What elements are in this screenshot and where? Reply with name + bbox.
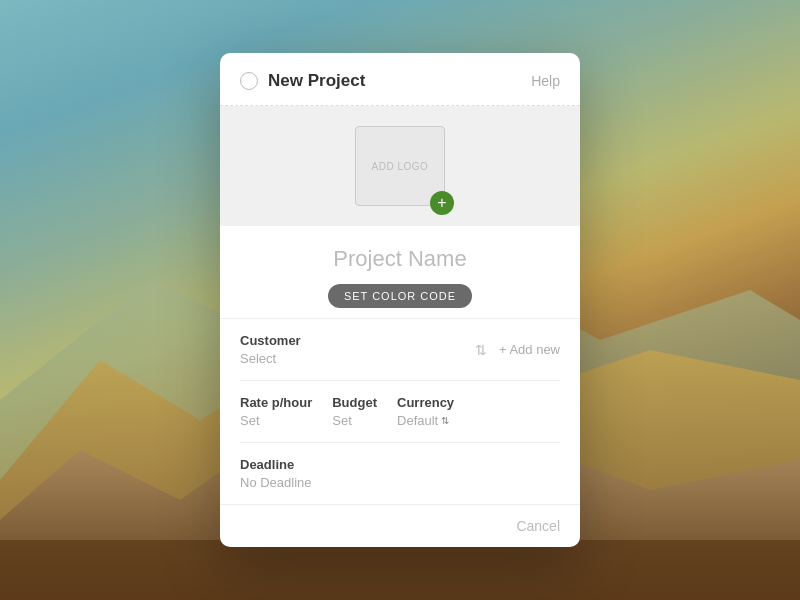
- circle-icon[interactable]: [240, 72, 258, 90]
- header-left: New Project: [240, 71, 365, 91]
- rate-value[interactable]: Set: [240, 413, 312, 428]
- deadline-value[interactable]: No Deadline: [240, 475, 312, 490]
- currency-label: Currency: [397, 395, 454, 410]
- dialog-footer: Cancel: [220, 504, 580, 547]
- rate-budget-currency-row: Rate p/hour Set Budget Set Currency Defa…: [240, 381, 560, 443]
- rate-field: Rate p/hour Set: [240, 395, 312, 428]
- cancel-button[interactable]: Cancel: [516, 518, 560, 534]
- help-link[interactable]: Help: [531, 73, 560, 89]
- currency-chevron-icon: ⇅: [441, 415, 449, 426]
- dialog-header: New Project Help: [220, 53, 580, 106]
- dialog-overlay: New Project Help ADD LOGO + Project Name…: [0, 0, 800, 600]
- deadline-row: Deadline No Deadline: [240, 443, 560, 504]
- currency-selector[interactable]: Default ⇅: [397, 413, 454, 428]
- logo-box[interactable]: ADD LOGO +: [355, 126, 445, 206]
- currency-field: Currency Default ⇅: [397, 395, 454, 428]
- set-color-code-button[interactable]: SET COLOR CODE: [328, 284, 472, 308]
- project-name-field[interactable]: Project Name: [240, 246, 560, 272]
- rate-label: Rate p/hour: [240, 395, 312, 410]
- project-info-section: Project Name SET COLOR CODE: [220, 226, 580, 319]
- add-new-link[interactable]: + Add new: [499, 342, 560, 357]
- sort-icon[interactable]: ⇅: [475, 342, 487, 358]
- budget-field: Budget Set: [332, 395, 377, 428]
- logo-section: ADD LOGO +: [220, 106, 580, 226]
- form-section: Customer Select ⇅ + Add new Rate p/hour …: [220, 319, 580, 504]
- customer-value[interactable]: Select: [240, 351, 301, 366]
- budget-label: Budget: [332, 395, 377, 410]
- dialog-title: New Project: [268, 71, 365, 91]
- add-logo-text: ADD LOGO: [372, 161, 429, 172]
- new-project-dialog: New Project Help ADD LOGO + Project Name…: [220, 53, 580, 547]
- deadline-field: Deadline No Deadline: [240, 457, 312, 490]
- customer-field: Customer Select: [240, 333, 301, 366]
- currency-value-text: Default: [397, 413, 438, 428]
- deadline-label: Deadline: [240, 457, 312, 472]
- add-logo-button[interactable]: +: [430, 191, 454, 215]
- budget-value[interactable]: Set: [332, 413, 377, 428]
- customer-controls: ⇅ + Add new: [475, 342, 560, 358]
- customer-label: Customer: [240, 333, 301, 348]
- customer-row: Customer Select ⇅ + Add new: [240, 319, 560, 381]
